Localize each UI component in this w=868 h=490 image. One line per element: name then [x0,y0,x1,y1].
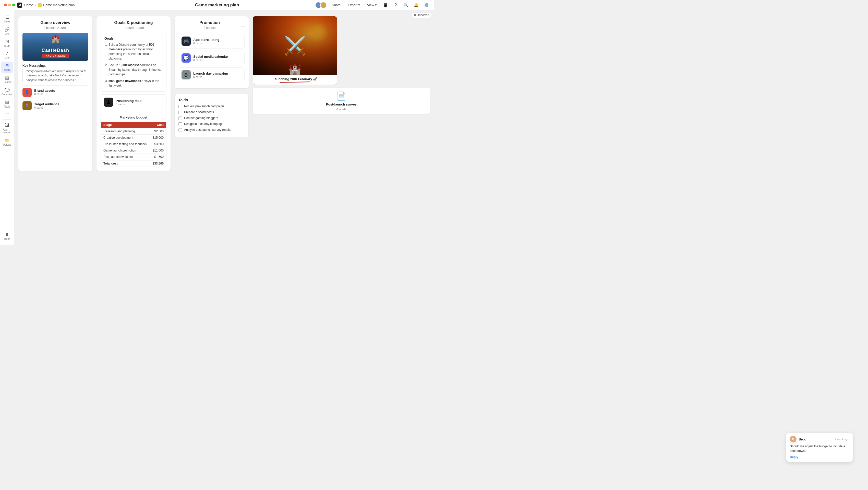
budget-total-value: $33,500 [150,160,166,167]
positioning-map-count: 0 cards [116,103,142,106]
todo-checkbox-4[interactable] [179,122,182,126]
main-content: 0 Unsorted Game overview 2 boards, 2 car… [14,10,434,245]
castle-icon: 🏰 [288,63,301,75]
promotion-collapse-icon[interactable]: — [241,24,245,29]
page-breadcrumb: Game marketing plan [38,3,74,7]
launch-date-text: Launching 28th February 🚀 [256,77,334,81]
todo-icon: ☑ [5,39,9,44]
budget-row-5: Post-launch evaluation $1,500 [101,154,166,161]
search-icon[interactable]: 🔍 [402,2,409,9]
sidebar-label-line: Line [5,56,9,59]
sidebar-item-trash[interactable]: 🗑 Trash [1,231,13,242]
app-store-item[interactable]: 🎮 App store listing 0 cards [179,34,245,49]
target-audience-count: 0 cards [34,106,60,109]
view-button[interactable]: View ▾ [365,2,379,8]
board-icon: ⊞ [5,63,9,68]
todo-checkbox-3[interactable] [179,116,182,120]
sidebar-label-trash: Trash [4,238,10,240]
promotion-title: Promotion [179,21,241,25]
sidebar-item-comment[interactable]: 💬 Comment [1,86,13,97]
sidebar-item-board[interactable]: ⊞ Board [1,62,13,73]
settings-icon[interactable]: ⚙️ [423,2,430,9]
social-media-item[interactable]: 💬 Social media calendar 0 cards [179,51,245,65]
sidebar-item-upload[interactable]: 📁 Upload [1,137,13,148]
brand-assets-icon: 👤 [23,88,32,97]
budget-row-4: Game launch promotion $11,000 [101,147,166,154]
todo-item-1[interactable]: Roll out pre-launch campaign [179,105,245,108]
comment-icon: 💬 [5,88,10,92]
brand-assets-name: Brand assets [34,89,55,92]
export-button[interactable]: Export ▾ [346,2,362,8]
todo-checkbox-2[interactable] [179,111,182,114]
minimize-dot[interactable] [8,4,11,6]
unsorted-button[interactable]: 0 Unsorted [411,12,432,18]
launch-underline [280,82,310,83]
goal-2: Secure 1,000 wishlist additions on Steam… [108,63,163,77]
right-panel: ⚔️ 🏰 Launching 28th February 🚀 📄 Post-la… [253,16,430,171]
budget-stage-3: Pre-launch testing and feedback [101,141,150,147]
sidebar-label-column: Column [3,81,11,84]
game-hero-image: 🏰 CastleDash COMING SOON [23,33,88,61]
todo-title: To do [179,98,245,102]
goals-title: Goals & positioning [101,21,166,25]
help-icon[interactable]: ? [392,2,399,9]
key-messaging-quote: "Story-driven adventure where players ne… [23,69,88,82]
todo-item-2[interactable]: Prepare discord posts [179,110,245,114]
marketing-budget-section: Marketing budget Stage Cost Research and… [101,113,166,167]
sidebar-item-todo[interactable]: ☑ To-do [1,38,13,49]
app-store-icon: 🎮 [182,36,191,46]
todo-item-3[interactable]: Contact gaming bloggers [179,116,245,120]
brand-assets-count: 0 cards [34,92,55,95]
promotion-column: Promotion 3 boards — 🎮 App store listing… [175,16,249,171]
sidebar-item-more[interactable]: ••• [1,111,13,117]
key-messaging-label: Key Messaging: [23,64,88,67]
column-icon: ▤ [5,75,9,80]
sidebar-item-column[interactable]: ▤ Column [1,74,13,85]
device-icon[interactable]: 📱 [382,2,389,9]
survey-title: Post-launch survey [326,103,356,106]
bell-icon[interactable]: 🔔 [412,2,420,9]
game-overview-subtitle: 2 boards, 2 cards [23,26,88,30]
brand-assets-item[interactable]: 👤 Brand assets 0 cards [23,85,88,99]
goals-list: Build a Discord community of 500 members… [104,42,163,88]
sidebar-item-add-image[interactable]: 🖼 Add image [1,122,13,136]
todo-item-5[interactable]: Analyze post launch survey results [179,128,245,132]
launch-day-item[interactable]: 🕹 Launch day campaign 0 cards [179,67,245,82]
traffic-lights [4,4,15,6]
share-button[interactable]: Share [330,2,343,8]
goals-subtitle: 1 board, 1 card [101,26,166,30]
target-audience-name: Target audience [34,102,60,106]
survey-card: 📄 Post-launch survey 0 words [253,88,430,114]
sidebar-item-link[interactable]: 🔗 Link [1,26,13,37]
positioning-map-item[interactable]: ♟ Positioning map 0 cards [101,94,166,110]
survey-icon: 📄 [336,91,346,101]
todo-checkbox-1[interactable] [179,105,182,108]
add-image-icon: 🖼 [5,123,9,128]
sidebar-item-line[interactable]: / Line [1,50,13,61]
budget-col-stage: Stage [101,122,150,128]
app-store-count: 0 cards [193,41,220,45]
avatar-stack [315,2,327,8]
budget-cost-5: $1,500 [150,154,166,161]
sidebar-label-todo: To-do [4,45,10,48]
todo-label-2: Prepare discord posts [184,110,214,114]
game-overview-card: Game overview 2 boards, 2 cards 🏰 Castle… [19,16,92,171]
todo-item-4[interactable]: Design launch day campaign [179,122,245,126]
budget-table: Stage Cost Research and planning $2,500 … [101,122,166,167]
sidebar-divider [3,119,11,120]
target-audience-item[interactable]: 👾 Target audience 0 cards [23,99,88,112]
sidebar-item-table[interactable]: ▦ Table [1,98,13,110]
todo-card: To do Roll out pre-launch campaign Prepa… [175,94,249,138]
maximize-dot[interactable] [12,4,15,6]
sidebar-item-note[interactable]: ☰ Note [1,13,13,25]
game-overview-title: Game overview [23,21,88,25]
todo-checkbox-5[interactable] [179,128,182,132]
hero-caption: Launching 28th February 🚀 [253,75,337,85]
viking-helmet-icon: ⚔️ [284,35,306,56]
sidebar-label-comment: Comment [2,93,12,96]
target-audience-icon: 👾 [23,101,32,110]
positioning-map-name: Positioning map [116,99,142,103]
home-link[interactable]: Home [24,3,33,7]
close-dot[interactable] [4,4,7,6]
budget-cost-2: $15,000 [150,135,166,141]
